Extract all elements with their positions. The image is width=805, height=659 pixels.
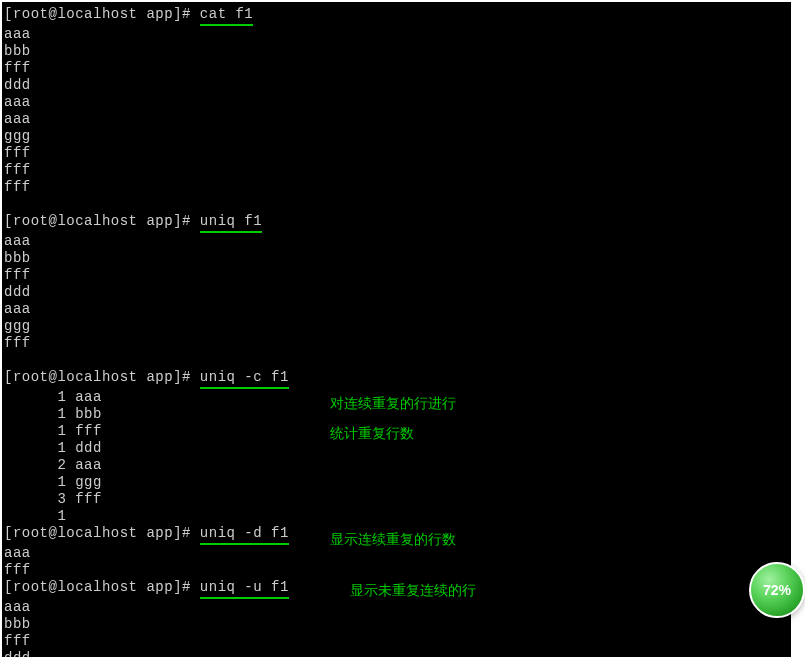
- output-line: aaa: [4, 26, 789, 43]
- output-line: aaa: [4, 301, 789, 318]
- progress-badge: 72%: [749, 562, 805, 618]
- shell-prompt: [root@localhost app]#: [4, 369, 200, 385]
- output-line: ddd: [4, 284, 789, 301]
- prompt-line[interactable]: [root@localhost app]# uniq -c f1: [4, 369, 789, 389]
- command-text: uniq -d f1: [200, 525, 289, 545]
- output-line: 1: [4, 508, 789, 525]
- output-line: [4, 196, 789, 213]
- output-line: fff: [4, 562, 789, 579]
- shell-prompt: [root@localhost app]#: [4, 213, 200, 229]
- output-line: fff: [4, 335, 789, 352]
- output-line: ddd: [4, 77, 789, 94]
- output-line: aaa: [4, 111, 789, 128]
- terminal-window[interactable]: [root@localhost app]# cat f1 aaabbbfffdd…: [0, 0, 793, 659]
- output-line: bbb: [4, 616, 789, 633]
- prompt-line[interactable]: [root@localhost app]# cat f1: [4, 6, 789, 26]
- annotation-label: 显示未重复连续的行: [350, 582, 476, 600]
- output-line: aaa: [4, 94, 789, 111]
- progress-percent: 72%: [763, 582, 791, 598]
- command-text: uniq -u f1: [200, 579, 289, 599]
- output-line: aaa: [4, 233, 789, 250]
- output-line: bbb: [4, 250, 789, 267]
- output-line: ggg: [4, 128, 789, 145]
- output-line: fff: [4, 633, 789, 650]
- annotation-label: 对连续重复的行进行: [330, 395, 456, 413]
- output-line: fff: [4, 179, 789, 196]
- prompt-line[interactable]: [root@localhost app]# uniq f1: [4, 213, 789, 233]
- command-text: uniq f1: [200, 213, 262, 233]
- output-line: fff: [4, 60, 789, 77]
- output-line: ggg: [4, 318, 789, 335]
- annotation-label: 统计重复行数: [330, 425, 414, 443]
- shell-prompt: [root@localhost app]#: [4, 525, 200, 541]
- output-line: ddd: [4, 650, 789, 659]
- output-line: fff: [4, 145, 789, 162]
- output-line: aaa: [4, 599, 789, 616]
- output-line: 2 aaa: [4, 457, 789, 474]
- command-text: cat f1: [200, 6, 253, 26]
- shell-prompt: [root@localhost app]#: [4, 6, 200, 22]
- output-line: fff: [4, 162, 789, 179]
- command-text: uniq -c f1: [200, 369, 289, 389]
- output-line: 3 fff: [4, 491, 789, 508]
- annotation-label: 显示连续重复的行数: [330, 531, 456, 549]
- output-line: 1 ggg: [4, 474, 789, 491]
- output-line: [4, 352, 789, 369]
- output-line: fff: [4, 267, 789, 284]
- shell-prompt: [root@localhost app]#: [4, 579, 200, 595]
- output-line: bbb: [4, 43, 789, 60]
